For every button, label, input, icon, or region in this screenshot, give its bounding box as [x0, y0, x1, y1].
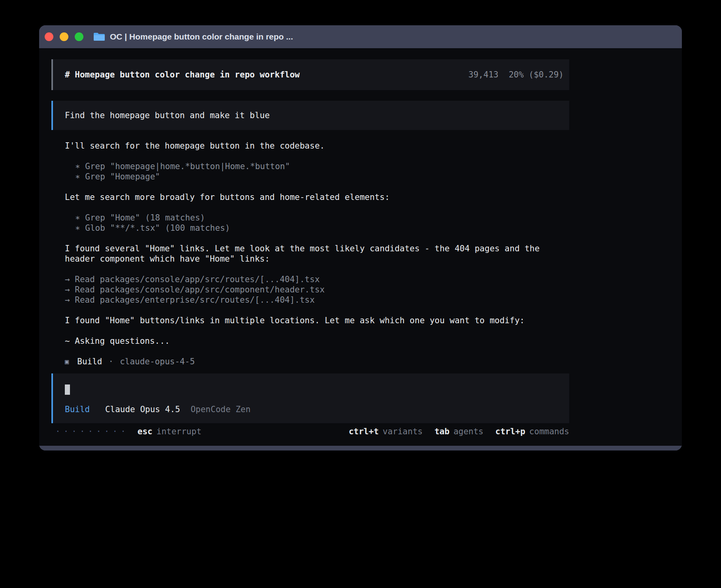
tool-call-grep: ∗ Grep "homepage|home.*button|Home.*butt… [65, 161, 569, 172]
hint-commands-label: commands [529, 427, 569, 436]
prompt-cursor-line[interactable] [65, 384, 556, 395]
hint-agents: tabagents [434, 426, 483, 437]
terminal-window: OC | Homepage button color change in rep… [39, 25, 682, 450]
token-count: 39,413 [468, 70, 498, 79]
traffic-lights [45, 32, 83, 41]
session-header: # Homepage button color change in repo w… [51, 59, 569, 90]
provider-name: OpenCode Zen [191, 405, 251, 414]
assistant-message: I'll search for the homepage button in t… [65, 141, 569, 151]
assistant-status-text: ~ Asking questions... [65, 336, 569, 346]
window-titlebar[interactable]: OC | Homepage button color change in rep… [39, 25, 682, 48]
session-stats: 39,413 20% ($0.29) [468, 70, 564, 79]
user-message: Find the homepage button and make it blu… [51, 101, 569, 130]
tool-call-glob: ∗ Glob "**/*.tsx" (100 matches) [65, 223, 569, 233]
context-usage: 20% ($0.29) [509, 70, 564, 79]
status-separator: · [108, 356, 113, 367]
assistant-message: I found "Home" buttons/links in multiple… [65, 315, 569, 326]
agent-mode-icon: ▣ [65, 356, 69, 367]
conversation: I'll search for the homepage button in t… [65, 141, 569, 367]
folder-icon [93, 32, 105, 41]
status-bar-left: ········· escinterrupt [55, 426, 202, 437]
user-message-text: Find the homepage button and make it blu… [65, 111, 270, 120]
hint-agents-label: agents [453, 427, 483, 436]
session-title: # Homepage button color change in repo w… [65, 70, 300, 79]
status-bar: ········· escinterrupt ctrl+tvariants ta… [51, 426, 569, 437]
tool-call-grep: ∗ Grep "Home" (18 matches) [65, 213, 569, 223]
status-bar-right: ctrl+tvariants tabagents ctrl+pcommands [349, 426, 569, 437]
tool-call-read: → Read packages/enterprise/src/routes/[.… [65, 295, 569, 305]
close-window-button[interactable] [45, 32, 53, 41]
tool-call-read: → Read packages/console/app/src/routes/[… [65, 274, 569, 285]
zoom-window-button[interactable] [75, 32, 83, 41]
hint-variants-label: variants [383, 427, 423, 436]
key-tab: tab [434, 427, 449, 436]
window-bottom-edge [39, 446, 682, 450]
model-line: Build Claude Opus 4.5 OpenCode Zen [65, 404, 556, 415]
hint-variants: ctrl+tvariants [349, 426, 423, 437]
hint-commands: ctrl+pcommands [495, 426, 569, 437]
window-title: OC | Homepage button color change in rep… [110, 32, 293, 41]
agent-mode-label: Build [65, 405, 90, 414]
text-cursor [65, 384, 70, 395]
assistant-message: Let me search more broadly for buttons a… [65, 192, 569, 202]
agent-mode-label: Build [77, 356, 102, 367]
hint-interrupt-label: interrupt [157, 427, 202, 436]
prompt-input[interactable]: Build Claude Opus 4.5 OpenCode Zen [51, 373, 569, 423]
tool-call-read: → Read packages/console/app/src/componen… [65, 285, 569, 295]
assistant-message: I found several "Home" links. Let me loo… [65, 243, 569, 264]
key-ctrl-t: ctrl+t [349, 427, 379, 436]
status-model-name: claude-opus-4-5 [120, 356, 195, 367]
tool-call-grep: ∗ Grep "Homepage" [65, 172, 569, 182]
key-esc: esc [138, 427, 153, 436]
spinner-dots: ········· [55, 426, 129, 437]
key-ctrl-p: ctrl+p [495, 427, 525, 436]
terminal-content: # Homepage button color change in repo w… [39, 48, 682, 446]
model-name: Claude Opus 4.5 [105, 405, 180, 414]
minimize-window-button[interactable] [60, 32, 68, 41]
hint-interrupt: escinterrupt [138, 426, 202, 437]
agent-status: ▣ Build · claude-opus-4-5 [65, 356, 569, 367]
